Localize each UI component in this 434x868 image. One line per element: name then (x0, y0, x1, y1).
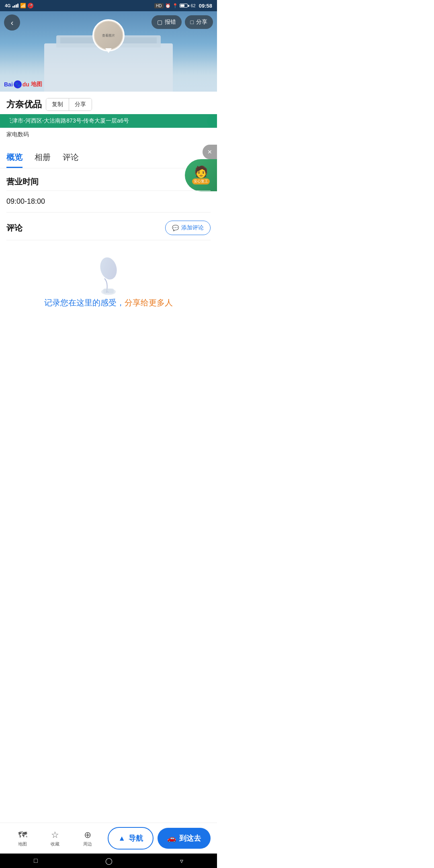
map-area: ‹ 查看图片 ▢ 报错 □ 分享 Bai🐾du地图 (0, 11, 217, 92)
hours-title: 营业时间 (6, 176, 211, 191)
back-button[interactable]: ‹ (4, 14, 20, 31)
empty-state-text: 记录您在这里的感受，分享给更多人 (44, 297, 173, 309)
pen-illustration (92, 256, 125, 297)
header-action-buttons: ▢ 报错 □ 分享 (151, 15, 213, 29)
photo-bubble-label: 查看图片 (102, 33, 115, 38)
clock-icon: ⏰ (165, 3, 171, 8)
status-bar: 4G 📶 🎤 HD ⏰ 📍 62 09:58 (0, 0, 217, 11)
place-name: 方奈优品 (6, 98, 42, 111)
bubble-tail (105, 48, 112, 53)
photo-bubble[interactable]: 查看图片 (92, 19, 125, 51)
hours-value: 09:00-18:00 (6, 191, 211, 213)
share-icon: □ (190, 19, 194, 25)
signal-bars (12, 4, 18, 8)
svg-point-0 (98, 256, 119, 281)
baidu-paw-icon: 🐾 (14, 80, 22, 88)
battery-percent: 62 (191, 3, 196, 8)
mic-icon: 🎤 (28, 3, 33, 8)
hd-badge: HD (154, 3, 163, 8)
status-left: 4G 📶 🎤 (5, 3, 33, 8)
time-display: 09:58 (199, 3, 212, 9)
address-text: 天津市-河西区-大沽南路873号-传奇大厦一层a6号 (6, 117, 129, 124)
copy-share-group: 复制 分享 (46, 98, 92, 111)
empty-state: 记录您在这里的感受，分享给更多人 (6, 240, 211, 317)
location-icon: 📍 (172, 3, 178, 8)
category-text: 家电数码 (0, 128, 217, 141)
svg-rect-2 (103, 289, 114, 293)
comment-icon: 💬 (172, 225, 179, 231)
status-right: HD ⏰ 📍 62 09:58 (154, 3, 212, 9)
tabs: 概览 相册 评论 (0, 145, 217, 168)
green-dot-left (0, 115, 10, 127)
tab-comments[interactable]: 评论 (63, 149, 79, 168)
report-icon: ▢ (157, 19, 162, 25)
comments-section: 评论 💬 添加评论 (0, 213, 217, 317)
float-close-button[interactable]: ✕ (203, 145, 217, 159)
add-comment-button[interactable]: 💬 添加评论 (165, 221, 211, 235)
tab-album[interactable]: 相册 (35, 149, 51, 168)
comments-header: 评论 💬 添加评论 (6, 221, 211, 240)
green-dot-right (207, 115, 217, 127)
tab-overview[interactable]: 概览 (6, 149, 23, 168)
main-content: 方奈优品 复制 分享 天津市-河西区-大沽南路873号-传奇大厦一层a6号 家电… (0, 92, 217, 369)
share-button[interactable]: 分享 (69, 98, 92, 111)
report-button[interactable]: ▢ 报错 (151, 15, 182, 29)
battery-icon (180, 4, 189, 8)
overview-section: 营业时间 09:00-18:00 (0, 168, 217, 213)
tabs-container: 概览 相册 评论 ✕ 🧑 安心复工 (0, 145, 217, 168)
add-comment-label: 添加评论 (181, 224, 204, 231)
copy-button[interactable]: 复制 (46, 98, 69, 111)
comments-title: 评论 (6, 223, 23, 233)
empty-text-orange: 分享给更多人 (125, 298, 173, 307)
signal-label: 4G (5, 3, 11, 8)
baidu-logo: Bai🐾du地图 (4, 80, 42, 88)
title-section: 方奈优品 复制 分享 (0, 92, 217, 114)
share-header-button[interactable]: □ 分享 (185, 15, 213, 29)
empty-text-blue: 记录您在这里的感受， (44, 298, 125, 307)
report-label: 报错 (165, 18, 176, 26)
share-header-label: 分享 (196, 18, 207, 26)
wifi-icon: 📶 (20, 3, 26, 8)
address-bar: 天津市-河西区-大沽南路873号-传奇大厦一层a6号 (0, 114, 217, 128)
